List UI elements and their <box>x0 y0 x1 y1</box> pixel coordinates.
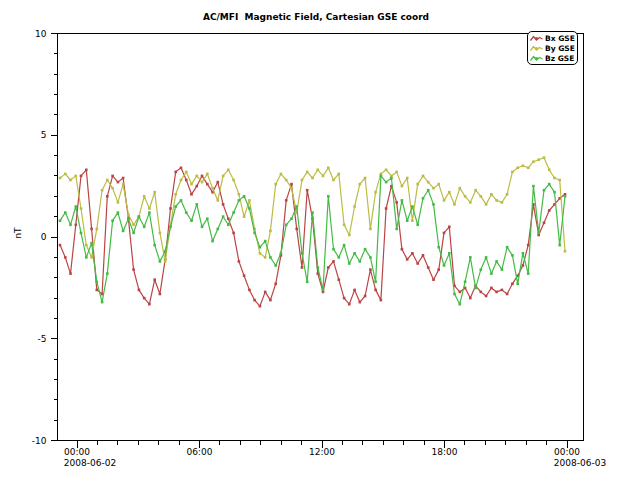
data-point <box>564 195 567 198</box>
data-point <box>506 193 509 196</box>
data-point <box>543 156 546 159</box>
data-point <box>527 244 530 247</box>
data-point <box>322 289 325 292</box>
data-point <box>406 258 409 261</box>
data-point <box>243 274 246 277</box>
data-point <box>443 199 446 202</box>
data-point <box>511 283 514 286</box>
data-point <box>243 195 246 198</box>
data-point <box>164 260 167 263</box>
data-point <box>369 268 372 271</box>
data-point <box>427 266 430 269</box>
data-point <box>201 175 204 178</box>
data-point <box>59 177 62 180</box>
data-point <box>401 185 404 188</box>
data-point <box>253 232 256 235</box>
data-point <box>253 299 256 302</box>
data-point <box>501 201 504 204</box>
data-point <box>490 272 493 275</box>
data-point <box>390 177 393 180</box>
y-tick-label: 10 <box>35 29 47 39</box>
data-point <box>69 224 72 227</box>
data-point <box>169 207 172 210</box>
data-point <box>232 179 235 182</box>
data-point <box>553 191 556 194</box>
data-point <box>306 189 309 192</box>
x-tick-label: 18:00 <box>432 447 458 457</box>
data-point <box>227 224 230 227</box>
data-point <box>506 293 509 296</box>
data-point <box>506 246 509 249</box>
data-point <box>201 226 204 229</box>
data-point <box>432 278 435 281</box>
data-point <box>338 256 341 259</box>
data-point <box>380 299 383 302</box>
data-point <box>206 173 209 176</box>
data-point <box>380 175 383 178</box>
data-point <box>306 281 309 284</box>
y-tick-label: 0 <box>41 232 47 242</box>
data-point <box>96 281 99 284</box>
data-point <box>480 291 483 294</box>
data-point <box>80 207 83 210</box>
data-point <box>353 252 356 255</box>
data-point <box>85 256 88 259</box>
data-point <box>138 215 141 218</box>
legend: Bx GSE By GSE Bz GSE <box>527 31 578 65</box>
data-point <box>159 232 162 235</box>
data-point <box>485 295 488 298</box>
data-point <box>211 240 214 243</box>
data-point <box>290 217 293 220</box>
data-point <box>259 252 262 255</box>
data-point <box>111 187 114 190</box>
data-point <box>75 175 78 178</box>
data-point <box>516 283 519 286</box>
data-point <box>401 199 404 202</box>
data-point <box>69 179 72 182</box>
data-point <box>111 175 114 178</box>
x-tick-label: 00:00 <box>64 447 90 457</box>
data-point <box>527 167 530 170</box>
data-point <box>227 169 230 172</box>
data-point <box>348 303 351 306</box>
data-point <box>453 293 456 296</box>
data-point <box>469 201 472 204</box>
data-point <box>132 232 135 235</box>
data-point <box>485 203 488 206</box>
data-point <box>416 183 419 186</box>
data-point <box>153 191 156 194</box>
data-point <box>148 303 151 306</box>
data-point <box>64 211 67 214</box>
data-point <box>453 203 456 206</box>
data-point <box>122 177 125 180</box>
data-point <box>369 256 372 259</box>
data-point <box>248 207 251 210</box>
data-point <box>185 211 188 214</box>
data-point <box>238 193 241 196</box>
data-point <box>222 215 225 218</box>
data-point <box>364 295 367 298</box>
data-point <box>422 175 425 178</box>
data-point <box>180 179 183 182</box>
y-tick-label: -10 <box>32 436 47 446</box>
data-point <box>206 183 209 186</box>
data-point <box>343 224 346 227</box>
series-line-bz-gse <box>60 176 565 304</box>
data-point <box>69 272 72 275</box>
data-point <box>290 187 293 190</box>
legend-marker-bx-icon <box>530 34 543 43</box>
data-point <box>90 256 93 259</box>
data-point <box>285 179 288 182</box>
data-point <box>106 179 109 182</box>
data-point <box>174 193 177 196</box>
data-point <box>59 244 62 247</box>
data-point <box>448 226 451 229</box>
data-point <box>527 272 530 275</box>
data-point <box>332 260 335 263</box>
x-tick-label: 00:00 <box>554 447 580 457</box>
data-point <box>143 195 146 198</box>
data-point <box>280 173 283 176</box>
data-point <box>359 183 362 186</box>
data-point <box>190 219 193 222</box>
data-point <box>132 224 135 227</box>
